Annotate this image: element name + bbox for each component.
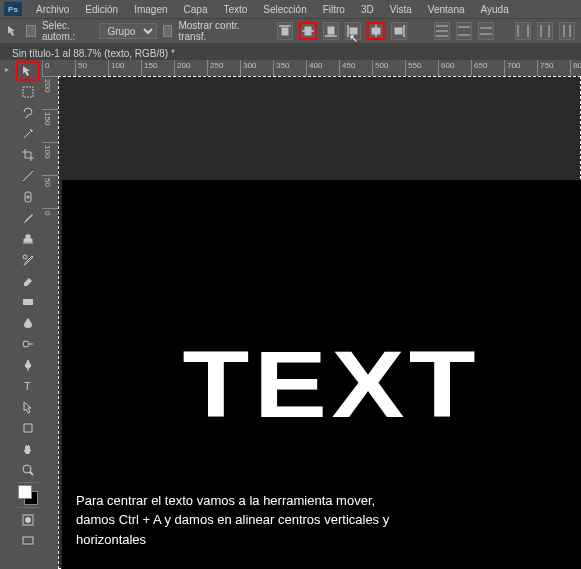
ruler-tick-label: 200: [43, 79, 52, 92]
document-tab[interactable]: Sin título-1 al 88.7% (texto, RGB/8) *: [4, 46, 183, 61]
distribute-left-button[interactable]: [515, 22, 531, 40]
move-tool-icon: [6, 23, 20, 39]
crop-tool[interactable]: [16, 145, 40, 165]
svg-rect-1: [282, 28, 288, 35]
menu-filtro[interactable]: Filtro: [315, 2, 353, 17]
canvas-area[interactable]: TEXT Para centrar el texto vamos a la he…: [58, 76, 581, 569]
menu-archivo[interactable]: Archivo: [28, 2, 77, 17]
caption-line: damos Ctrl + A y damos en alinear centro…: [76, 512, 389, 527]
svg-point-35: [23, 465, 31, 473]
svg-rect-3: [305, 27, 311, 35]
ruler-tick-label: 550: [408, 61, 421, 70]
ruler-horizontal: 0 50 100 150 200 250 300 350 400 450 500…: [42, 60, 581, 76]
ruler-tick-label: 350: [276, 61, 289, 70]
type-tool[interactable]: T: [16, 376, 40, 396]
eyedropper-tool[interactable]: [16, 166, 40, 186]
menu-seleccion[interactable]: Selección: [255, 2, 314, 17]
ruler-vertical: 200 150 100 50 0: [42, 76, 58, 569]
ruler-tick-label: 500: [375, 61, 388, 70]
ruler-tick-label: 50: [78, 61, 87, 70]
svg-rect-39: [23, 537, 33, 544]
pen-tool[interactable]: [16, 355, 40, 375]
caption-line: horizontales: [76, 532, 146, 547]
artboard: TEXT Para centrar el texto vamos a la he…: [62, 180, 581, 569]
menu-3d[interactable]: 3D: [353, 2, 382, 17]
foreground-swatch[interactable]: [18, 485, 32, 499]
hand-tool[interactable]: [16, 439, 40, 459]
blur-tool[interactable]: [16, 313, 40, 333]
color-swatches[interactable]: [18, 485, 38, 505]
ruler-tick-label: 0: [45, 61, 49, 70]
path-select-tool[interactable]: [16, 397, 40, 417]
move-tool[interactable]: [16, 61, 40, 81]
svg-rect-25: [23, 87, 33, 97]
screenmode-tool[interactable]: [16, 531, 40, 551]
svg-rect-30: [23, 299, 33, 305]
transform-controls-checkbox[interactable]: [163, 25, 173, 37]
svg-rect-11: [395, 28, 402, 34]
ruler-tick-label: 100: [111, 61, 124, 70]
caption-line: Para centrar el texto vamos a la herrami…: [76, 493, 375, 508]
align-horizontal-center-button[interactable]: [367, 22, 385, 40]
distribute-hcenter-button[interactable]: [537, 22, 553, 40]
auto-select-label: Selec. autom.:: [42, 20, 93, 42]
ruler-tick-label: 650: [474, 61, 487, 70]
menu-ventana[interactable]: Ventana: [420, 2, 473, 17]
svg-rect-7: [350, 28, 357, 34]
quickmask-tool[interactable]: [16, 510, 40, 530]
group-select[interactable]: Grupo: [99, 23, 157, 39]
shape-tool[interactable]: [16, 418, 40, 438]
zoom-tool[interactable]: [16, 460, 40, 480]
distribute-bottom-button[interactable]: [478, 22, 494, 40]
menu-texto[interactable]: Texto: [215, 2, 255, 17]
collapse-icon[interactable]: ▸: [0, 60, 14, 78]
svg-text:T: T: [24, 380, 31, 392]
text-layer[interactable]: TEXT: [183, 330, 481, 439]
align-right-button[interactable]: [391, 22, 407, 40]
ruler-tick-label: 400: [309, 61, 322, 70]
menu-vista[interactable]: Vista: [382, 2, 420, 17]
align-vertical-center-button[interactable]: [299, 22, 317, 40]
menu-imagen[interactable]: Imagen: [126, 2, 175, 17]
auto-select-checkbox[interactable]: [26, 25, 36, 37]
transform-controls-label: Mostrar contr. transf.: [178, 20, 251, 42]
ruler-tick-label: 700: [507, 61, 520, 70]
ruler-tick-label: 200: [177, 61, 190, 70]
healing-tool[interactable]: [16, 187, 40, 207]
eraser-tool[interactable]: [16, 271, 40, 291]
svg-rect-9: [372, 28, 380, 34]
menu-edicion[interactable]: Edición: [77, 2, 126, 17]
ruler-tick-label: 450: [342, 61, 355, 70]
panel-collapse-strip: ▸: [0, 60, 14, 569]
tools-panel: T: [14, 60, 42, 569]
ruler-tick-label: 100: [43, 145, 52, 158]
menu-ayuda[interactable]: Ayuda: [473, 2, 517, 17]
distribute-top-button[interactable]: [434, 22, 450, 40]
options-bar: Selec. autom.: Grupo Mostrar contr. tran…: [0, 18, 581, 44]
stamp-tool[interactable]: [16, 229, 40, 249]
svg-point-31: [23, 341, 29, 347]
align-top-button[interactable]: [277, 22, 293, 40]
svg-rect-34: [24, 424, 32, 432]
history-brush-tool[interactable]: [16, 250, 40, 270]
dodge-tool[interactable]: [16, 334, 40, 354]
ruler-tick-label: 0: [43, 211, 52, 215]
brush-tool[interactable]: [16, 208, 40, 228]
svg-point-38: [25, 517, 31, 523]
gradient-tool[interactable]: [16, 292, 40, 312]
ruler-tick-label: 750: [540, 61, 553, 70]
align-bottom-button[interactable]: [323, 22, 339, 40]
align-left-button[interactable]: [345, 22, 361, 40]
distribute-vcenter-button[interactable]: [456, 22, 472, 40]
wand-tool[interactable]: [16, 124, 40, 144]
ruler-tick-label: 600: [441, 61, 454, 70]
instruction-caption: Para centrar el texto vamos a la herrami…: [76, 491, 571, 550]
distribute-right-button[interactable]: [559, 22, 575, 40]
app-icon: Ps: [4, 2, 22, 16]
menu-capa[interactable]: Capa: [176, 2, 216, 17]
marquee-tool[interactable]: [16, 82, 40, 102]
ruler-tick-label: 150: [144, 61, 157, 70]
ruler-tick-label: 250: [210, 61, 223, 70]
ruler-tick-label: 300: [243, 61, 256, 70]
lasso-tool[interactable]: [16, 103, 40, 123]
